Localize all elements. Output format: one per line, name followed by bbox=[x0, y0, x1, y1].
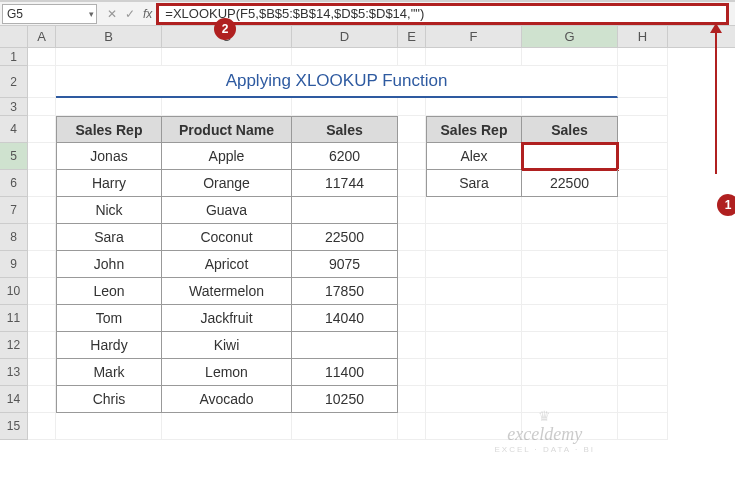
lookup-cell[interactable]: Sara bbox=[426, 170, 522, 197]
row-header[interactable]: 1 bbox=[0, 48, 28, 66]
lookup-cell[interactable]: Alex bbox=[426, 143, 522, 170]
cancel-icon[interactable]: ✕ bbox=[107, 7, 117, 21]
row-header[interactable]: 8 bbox=[0, 224, 28, 251]
row-header[interactable]: 9 bbox=[0, 251, 28, 278]
row-6: 6 Harry Orange 11744 Sara 22500 bbox=[0, 170, 735, 197]
formula-bar[interactable]: =XLOOKUP(F5,$B$5:$B$14,$D$5:$D$14,"") bbox=[156, 3, 729, 25]
row-header[interactable]: 12 bbox=[0, 332, 28, 359]
table-cell[interactable]: Chris bbox=[56, 386, 162, 413]
header-sales-rep[interactable]: Sales Rep bbox=[56, 116, 162, 143]
cell[interactable] bbox=[162, 48, 292, 66]
table-cell[interactable]: Coconut bbox=[162, 224, 292, 251]
col-header-E[interactable]: E bbox=[398, 26, 426, 47]
table-cell[interactable]: Apple bbox=[162, 143, 292, 170]
fx-label[interactable]: fx bbox=[143, 7, 152, 21]
table-cell[interactable]: Sara bbox=[56, 224, 162, 251]
col-header-B[interactable]: B bbox=[56, 26, 162, 47]
formula-bar-row: G5 ▾ ✕ ✓ fx =XLOOKUP(F5,$B$5:$B$14,$D$5:… bbox=[0, 2, 735, 26]
row-14: 14 Chris Avocado 10250 bbox=[0, 386, 735, 413]
table-cell[interactable]: Jackfruit bbox=[162, 305, 292, 332]
name-box-value: G5 bbox=[7, 7, 23, 21]
row-12: 12 Hardy Kiwi bbox=[0, 332, 735, 359]
table-cell[interactable] bbox=[292, 332, 398, 359]
table-cell[interactable]: Hardy bbox=[56, 332, 162, 359]
table-cell[interactable]: 6200 bbox=[292, 143, 398, 170]
table-cell[interactable]: John bbox=[56, 251, 162, 278]
cell[interactable] bbox=[292, 48, 398, 66]
table-cell[interactable]: 11400 bbox=[292, 359, 398, 386]
table-cell[interactable]: Watermelon bbox=[162, 278, 292, 305]
select-all-corner[interactable] bbox=[0, 26, 28, 47]
cell[interactable] bbox=[618, 66, 668, 98]
row-header[interactable]: 15 bbox=[0, 413, 28, 440]
col-header-A[interactable]: A bbox=[28, 26, 56, 47]
cell[interactable] bbox=[426, 48, 522, 66]
cell[interactable] bbox=[56, 48, 162, 66]
table-cell[interactable]: Guava bbox=[162, 197, 292, 224]
page-title[interactable]: Applying XLOOKUP Function bbox=[56, 66, 618, 98]
name-box[interactable]: G5 ▾ bbox=[2, 4, 97, 24]
table-cell[interactable]: Harry bbox=[56, 170, 162, 197]
row-header[interactable]: 14 bbox=[0, 386, 28, 413]
watermark-subtitle: EXCEL · DATA · BI bbox=[494, 445, 595, 454]
row-header[interactable]: 2 bbox=[0, 66, 28, 98]
row-9: 9 John Apricot 9075 bbox=[0, 251, 735, 278]
row-5: 5 Jonas Apple 6200 Alex bbox=[0, 143, 735, 170]
header-product[interactable]: Product Name bbox=[162, 116, 292, 143]
table-cell[interactable]: Jonas bbox=[56, 143, 162, 170]
table-cell[interactable]: Orange bbox=[162, 170, 292, 197]
annotation-arrow-line bbox=[715, 28, 717, 174]
cell[interactable] bbox=[522, 48, 618, 66]
row-header[interactable]: 7 bbox=[0, 197, 28, 224]
table-cell[interactable]: Avocado bbox=[162, 386, 292, 413]
col-header-D[interactable]: D bbox=[292, 26, 398, 47]
lookup-header-sales[interactable]: Sales bbox=[522, 116, 618, 143]
row-header[interactable]: 4 bbox=[0, 116, 28, 143]
lookup-cell[interactable]: 22500 bbox=[522, 170, 618, 197]
lookup-header-rep[interactable]: Sales Rep bbox=[426, 116, 522, 143]
row-header[interactable]: 3 bbox=[0, 98, 28, 116]
header-sales[interactable]: Sales bbox=[292, 116, 398, 143]
row-header[interactable]: 6 bbox=[0, 170, 28, 197]
annotation-badge-2: 2 bbox=[214, 18, 236, 40]
table-cell[interactable]: Nick bbox=[56, 197, 162, 224]
col-header-G[interactable]: G bbox=[522, 26, 618, 47]
row-7: 7 Nick Guava bbox=[0, 197, 735, 224]
table-cell[interactable]: 14040 bbox=[292, 305, 398, 332]
name-box-dropdown-icon[interactable]: ▾ bbox=[89, 9, 94, 19]
row-header[interactable]: 13 bbox=[0, 359, 28, 386]
table-cell[interactable]: Leon bbox=[56, 278, 162, 305]
row-10: 10 Leon Watermelon 17850 bbox=[0, 278, 735, 305]
col-header-H[interactable]: H bbox=[618, 26, 668, 47]
table-cell[interactable]: Apricot bbox=[162, 251, 292, 278]
table-cell[interactable]: Kiwi bbox=[162, 332, 292, 359]
row-11: 11 Tom Jackfruit 14040 bbox=[0, 305, 735, 332]
crown-icon: ♛ bbox=[494, 408, 595, 424]
cell[interactable] bbox=[618, 48, 668, 66]
table-cell[interactable]: Lemon bbox=[162, 359, 292, 386]
table-cell[interactable] bbox=[292, 197, 398, 224]
row-header[interactable]: 5 bbox=[0, 143, 28, 170]
column-headers: A B C D E F G H bbox=[0, 26, 735, 48]
col-header-F[interactable]: F bbox=[426, 26, 522, 47]
row-header[interactable]: 11 bbox=[0, 305, 28, 332]
formula-text: =XLOOKUP(F5,$B$5:$B$14,$D$5:$D$14,"") bbox=[165, 6, 424, 21]
row-1: 1 bbox=[0, 48, 735, 66]
cell[interactable] bbox=[398, 48, 426, 66]
cell[interactable] bbox=[28, 48, 56, 66]
table-cell[interactable]: 9075 bbox=[292, 251, 398, 278]
table-cell[interactable]: 17850 bbox=[292, 278, 398, 305]
table-cell[interactable]: Tom bbox=[56, 305, 162, 332]
table-cell[interactable]: Mark bbox=[56, 359, 162, 386]
table-cell[interactable]: 10250 bbox=[292, 386, 398, 413]
cell[interactable] bbox=[28, 66, 56, 98]
table-cell[interactable]: 11744 bbox=[292, 170, 398, 197]
watermark: ♛ exceldemy EXCEL · DATA · BI bbox=[494, 408, 595, 454]
spreadsheet-grid[interactable]: 1 A B C D E F G H 1 2 Applying XLOOKUP F… bbox=[0, 26, 735, 440]
selected-cell-G5[interactable] bbox=[522, 143, 618, 170]
row-header[interactable]: 10 bbox=[0, 278, 28, 305]
row-15: 15 bbox=[0, 413, 735, 440]
table-cell[interactable]: 22500 bbox=[292, 224, 398, 251]
annotation-badge-1: 1 bbox=[717, 194, 735, 216]
accept-icon[interactable]: ✓ bbox=[125, 7, 135, 21]
